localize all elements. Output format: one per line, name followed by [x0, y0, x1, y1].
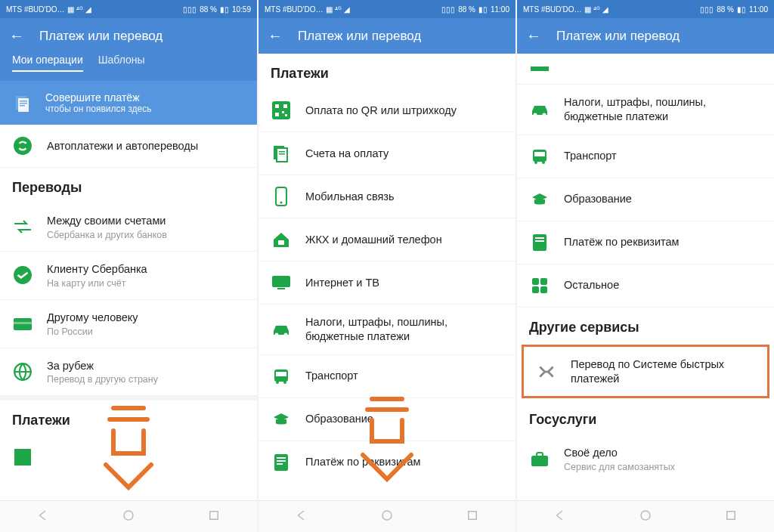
mobile-icon [271, 186, 292, 207]
svg-rect-17 [282, 111, 284, 113]
autopay-row[interactable]: Автоплатежи и автопереводы [0, 125, 257, 168]
row-education[interactable]: Образование [517, 178, 774, 221]
promo-banner[interactable]: Совершите платёж чтобы он появился здесь [0, 81, 257, 125]
receipt-icon [12, 92, 33, 113]
row-requisites[interactable]: Платёж по реквизитам [259, 441, 515, 484]
signal-icon: ▦ ⁴ᴳ ◢ [67, 5, 91, 14]
svg-rect-55 [537, 453, 543, 456]
row-title: Образование [305, 412, 373, 426]
row-title: Образование [564, 192, 632, 206]
back-icon[interactable]: ← [526, 27, 541, 45]
svg-rect-37 [277, 463, 283, 465]
transfers-heading: Переводы [0, 168, 257, 203]
content: Автоплатежи и автопереводы Переводы Межд… [0, 125, 257, 500]
row-transport[interactable]: Транспорт [259, 355, 515, 398]
swap-icon [12, 216, 33, 237]
nav-recent-icon[interactable] [466, 509, 479, 525]
car-icon [271, 319, 292, 340]
sber-icon [12, 264, 33, 286]
row-transport[interactable]: Транспорт [517, 135, 774, 178]
screen-1: MTS #BUD'DO… ▦ ⁴ᴳ ◢ ▯▯▯ 88 % ▮▯ 10:59 ← … [0, 0, 257, 532]
time-label: 11:00 [749, 5, 768, 14]
row-education[interactable]: Образование [259, 398, 515, 441]
page-title: Платеж или перевод [39, 29, 163, 44]
row-stub[interactable] [0, 436, 257, 469]
gosuslugi-heading: Госуслуги [517, 400, 774, 435]
row-requisites[interactable]: Платёж по реквизитам [517, 221, 774, 264]
nav-recent-icon[interactable] [207, 509, 221, 525]
row-sbp[interactable]: Перевод по Системе быстрых платежей [524, 347, 767, 397]
back-icon[interactable]: ← [268, 27, 283, 45]
svg-rect-14 [275, 104, 279, 108]
statusbar: MTS #BUD'DO… ▦ ⁴ᴳ ◢ ▯▯▯ 88 % ▮▯ 10:59 [0, 0, 257, 18]
battery-label: 88 % [458, 5, 475, 14]
row-taxes[interactable]: Налоги, штрафы, пошлины, бюджетные плате… [259, 305, 515, 355]
row-between-accounts[interactable]: Между своими счетамиСбербанка и других б… [0, 203, 257, 252]
nav-home-icon[interactable] [639, 509, 652, 525]
svg-rect-2 [20, 101, 27, 102]
nav-home-icon[interactable] [380, 509, 394, 525]
svg-rect-48 [535, 237, 544, 239]
sbp-highlight: Перевод по Системе быстрых платежей [522, 345, 769, 399]
svg-rect-4 [20, 105, 25, 107]
autopay-label: Автоплатежи и автопереводы [47, 139, 198, 153]
row-utilities[interactable]: ЖКХ и домашний телефон [259, 218, 515, 261]
tab-templates[interactable]: Шаблоны [98, 54, 145, 72]
back-icon[interactable]: ← [9, 27, 24, 45]
signal-icon: ▦ ⁴ᴳ ◢ [326, 5, 350, 14]
bus-icon [271, 366, 292, 387]
svg-rect-22 [279, 153, 285, 155]
svg-rect-54 [531, 456, 548, 466]
row-other-person[interactable]: Другому человекуПо России [0, 300, 257, 348]
row-mobile[interactable]: Мобильная связь [259, 175, 515, 218]
svg-rect-10 [14, 449, 31, 466]
row-bills[interactable]: Счета на оплату [259, 132, 515, 175]
row-svoe-delo[interactable]: Своё делоСервис для самозанятых [517, 435, 774, 483]
grid-icon [529, 275, 550, 296]
svg-rect-31 [276, 372, 286, 376]
row-title: Налоги, штрафы, пошлины, бюджетные плате… [564, 95, 762, 124]
row-sber-client[interactable]: Клиенту СбербанкаНа карту или счёт [0, 252, 257, 300]
row-other[interactable]: Остальное [517, 264, 774, 308]
row-internet[interactable]: Интернет и ТВ [259, 261, 515, 305]
nav-home-icon[interactable] [122, 509, 135, 525]
row-prev-stub[interactable] [517, 54, 774, 85]
statusbar: MTS #BUD'DO… ▦ ⁴ᴳ ◢ ▯▯▯ 88 % ▮▯ 11:00 [259, 0, 515, 18]
row-taxes[interactable]: Налоги, штрафы, пошлины, бюджетные плате… [517, 85, 774, 135]
vibrate-icon: ▯▯▯ [700, 5, 714, 14]
row-title: Оплата по QR или штрихкоду [305, 104, 457, 118]
nav-back-icon[interactable] [553, 509, 567, 525]
row-sub: Сбербанка и других банков [47, 230, 167, 240]
svg-rect-20 [277, 148, 287, 162]
nav-back-icon[interactable] [36, 509, 50, 525]
header: ← Платеж или перевод [517, 18, 774, 54]
battery-label: 88 % [717, 5, 734, 14]
row-title: Другому человеку [47, 311, 138, 325]
tv-icon [271, 272, 292, 293]
svg-point-38 [382, 511, 392, 520]
svg-rect-52 [532, 286, 539, 293]
svg-rect-49 [535, 240, 544, 242]
tab-my-operations[interactable]: Мои операции [12, 54, 83, 72]
svg-rect-15 [283, 104, 287, 108]
svg-rect-25 [278, 240, 284, 245]
nav-back-icon[interactable] [295, 509, 308, 525]
nav-recent-icon[interactable] [724, 509, 738, 525]
header: ← Платеж или перевод [0, 18, 257, 54]
row-sub: По России [47, 326, 138, 337]
row-abroad[interactable]: За рубежПеревод в другую страну [0, 348, 257, 397]
vibrate-icon: ▯▯▯ [183, 5, 197, 14]
card-icon [12, 313, 33, 334]
payments-heading: Платежи [0, 401, 257, 436]
svg-rect-3 [20, 103, 27, 104]
row-qr[interactable]: Оплата по QR или штрихкоду [259, 89, 515, 132]
sbp-icon [536, 361, 557, 382]
row-title: Остальное [564, 278, 619, 292]
svg-point-46 [542, 161, 545, 164]
row-title: Налоги, штрафы, пошлины, бюджетные плате… [305, 315, 503, 344]
header: ← Платеж или перевод [259, 18, 515, 54]
education-icon [529, 189, 550, 210]
screen-2: MTS #BUD'DO… ▦ ⁴ᴳ ◢ ▯▯▯ 88 % ▮▯ 11:00 ← … [259, 0, 515, 532]
row-title: ЖКХ и домашний телефон [305, 233, 442, 247]
row-title: Своё дело [564, 446, 675, 460]
